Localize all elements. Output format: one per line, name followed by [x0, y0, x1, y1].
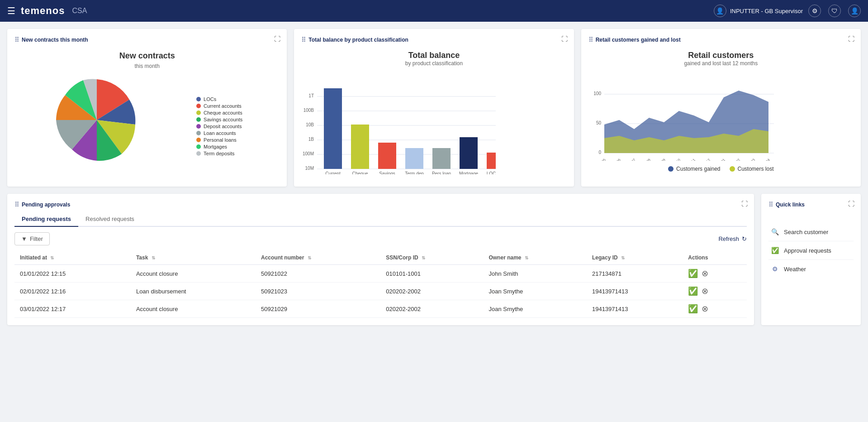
bar-chart-svg: 10M 100M 1B 10B 100B 1T Curren: [301, 70, 500, 174]
svg-text:2022-04: 2022-04: [758, 158, 771, 161]
bottom-row: ⠿ Pending approvals ⛶ Pending requests R…: [7, 194, 861, 325]
widget3-expand[interactable]: ⛶: [848, 35, 854, 43]
svg-text:100M: 100M: [303, 151, 314, 156]
settings-icon[interactable]: ⚙: [808, 5, 821, 17]
tab-pending[interactable]: Pending requests: [14, 212, 78, 227]
cell-actions: ✅ ⊗: [683, 300, 747, 318]
svg-text:0: 0: [598, 150, 601, 155]
col-legacy[interactable]: Legacy ID ⇅: [587, 251, 683, 265]
svg-text:2022-03: 2022-03: [743, 158, 756, 161]
gained-legend: Customers gained: [676, 166, 720, 172]
cell-ssn: 020202-2002: [380, 283, 483, 300]
cell-actions: ✅ ⊗: [683, 265, 747, 283]
svg-text:Cheque: Cheque: [352, 171, 368, 174]
svg-rect-20: [432, 148, 451, 169]
cell-initiated: 01/01/2022 12:15: [14, 265, 131, 283]
check-circle-icon: ✅: [770, 246, 779, 255]
filter-icon: ▼: [21, 235, 27, 242]
lost-legend: Customers lost: [738, 166, 774, 172]
svg-text:2022-01: 2022-01: [713, 158, 726, 161]
svg-text:Current: Current: [326, 171, 341, 174]
svg-text:1T: 1T: [309, 93, 314, 98]
approve-button[interactable]: ✅: [688, 304, 698, 314]
svg-text:2021-06: 2021-06: [609, 158, 621, 161]
svg-text:2021-09: 2021-09: [654, 158, 666, 161]
svg-text:Mortgage: Mortgage: [459, 171, 479, 174]
col-actions: Actions: [683, 251, 747, 265]
pie-title: New contracts: [119, 51, 175, 61]
widget3-title: Retail customers gained and lost: [596, 37, 681, 43]
table-row: 03/01/2022 12:17 Account closure 5092102…: [14, 300, 747, 318]
svg-text:1B: 1B: [308, 137, 314, 142]
cancel-button[interactable]: ⊗: [702, 304, 708, 314]
cancel-button[interactable]: ⊗: [702, 286, 708, 296]
menu-icon[interactable]: ☰: [7, 5, 15, 16]
svg-text:Term dep: Term dep: [405, 171, 424, 174]
user-avatar-icon[interactable]: 👤: [714, 5, 726, 17]
app-name: CSA: [72, 7, 87, 15]
svg-text:10M: 10M: [305, 166, 314, 171]
svg-text:100B: 100B: [304, 108, 314, 113]
svg-text:2021-12: 2021-12: [698, 158, 711, 161]
quicklinks-expand[interactable]: ⛶: [848, 200, 854, 207]
svg-text:10B: 10B: [306, 122, 314, 127]
quicklink-approval-requests[interactable]: ✅ Approval requests: [768, 241, 854, 260]
widget1-title: New contracts this month: [22, 37, 88, 43]
table-toolbar: ▼ Filter Refresh ↻: [14, 232, 747, 245]
charts-row: ⠿ New contracts this month ⛶ New contrac…: [7, 29, 861, 187]
cancel-button[interactable]: ⊗: [702, 269, 708, 278]
approve-button[interactable]: ✅: [688, 269, 698, 278]
user-info: 👤 INPUTTER - GB Supervisor: [714, 5, 803, 17]
svg-text:2021-08: 2021-08: [639, 158, 651, 161]
logo: temenos: [21, 5, 65, 17]
cell-initiated: 02/01/2022 12:16: [14, 283, 131, 300]
cell-legacy: 19413971413: [587, 300, 683, 318]
cell-owner: John Smith: [483, 265, 587, 283]
drag-icon: ⠿: [14, 36, 19, 43]
shield-icon[interactable]: 🛡: [828, 5, 841, 17]
widget2-expand[interactable]: ⛶: [561, 35, 568, 43]
svg-text:Savings: Savings: [379, 171, 396, 174]
col-owner[interactable]: Owner name ⇅: [483, 251, 587, 265]
cell-owner: Joan Smythe: [483, 283, 587, 300]
svg-rect-14: [351, 125, 369, 169]
refresh-icon: ↻: [742, 235, 747, 242]
quicklink-search-label: Search customer: [784, 229, 828, 235]
pending-title: Pending approvals: [22, 201, 70, 208]
line-subtitle: gained and lost last 12 months: [588, 60, 854, 67]
user-label: INPUTTER - GB Supervisor: [730, 8, 803, 14]
refresh-button[interactable]: Refresh ↻: [718, 235, 747, 242]
tab-resolved[interactable]: Resolved requests: [78, 212, 142, 227]
col-task[interactable]: Task ⇅: [131, 251, 256, 265]
drag-icon-pending: ⠿: [14, 201, 19, 208]
cell-actions: ✅ ⊗: [683, 283, 747, 300]
bar-subtitle: by product classification: [301, 60, 566, 67]
weather-icon: ⚙: [770, 264, 779, 273]
col-initiated[interactable]: Initiated at ⇅: [14, 251, 131, 265]
col-ssn[interactable]: SSN/Corp ID ⇅: [380, 251, 483, 265]
main-content: ⠿ New contracts this month ⛶ New contrac…: [0, 22, 868, 332]
filter-button[interactable]: ▼ Filter: [14, 232, 50, 245]
header-icons: ⚙ 🛡 👤: [808, 5, 861, 17]
widget1-expand[interactable]: ⛶: [274, 35, 280, 43]
col-account[interactable]: Account number ⇅: [256, 251, 380, 265]
pending-header: ⠿ Pending approvals: [14, 201, 747, 208]
svg-text:Pers loan: Pers loan: [432, 171, 451, 174]
approve-button[interactable]: ✅: [688, 286, 698, 296]
cell-owner: Joan Smythe: [483, 300, 587, 318]
sort-icon-initiated: ⇅: [50, 255, 54, 260]
profile-icon[interactable]: 👤: [848, 5, 861, 17]
cell-legacy: 19413971413: [587, 283, 683, 300]
pending-approvals-widget: ⠿ Pending approvals ⛶ Pending requests R…: [7, 194, 754, 325]
svg-rect-12: [324, 88, 342, 169]
svg-text:2021-05: 2021-05: [594, 158, 607, 161]
table-header-row: Initiated at ⇅ Task ⇅ Account number ⇅: [14, 251, 747, 265]
filter-label: Filter: [30, 235, 43, 242]
pending-expand[interactable]: ⛶: [741, 200, 748, 207]
header: ☰ temenos CSA 👤 INPUTTER - GB Supervisor…: [0, 0, 868, 22]
table-body: 01/01/2022 12:15 Account closure 5092102…: [14, 265, 747, 318]
retail-customers-widget: ⠿ Retail customers gained and lost ⛶ Ret…: [581, 29, 861, 187]
quicklink-weather[interactable]: ⚙ Weather: [768, 260, 854, 278]
quicklink-search-customer[interactable]: 🔍 Search customer: [768, 223, 854, 241]
bar-title: Total balance: [301, 51, 566, 60]
